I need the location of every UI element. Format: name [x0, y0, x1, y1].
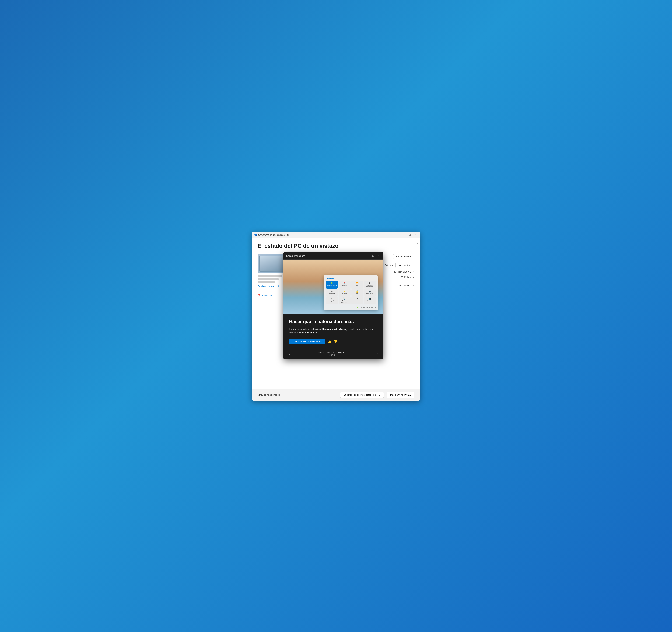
- device-image-inner: [259, 256, 284, 271]
- qs-tile-hotspot[interactable]: 📡 Zona con cobertura in...: [339, 296, 351, 304]
- popup-nav-label: Mejorar el estado del equipo: [317, 351, 346, 354]
- popup-heading: Hacer que la batería dure más: [289, 319, 378, 325]
- feedback-icons: 👍 👎: [328, 340, 337, 343]
- more-windows11-button[interactable]: Más en Windows 11: [387, 392, 414, 398]
- session-badge: Sesión iniciada: [393, 254, 414, 259]
- quick-settings-panel: Contraer 🔋 Ahorro de batería 📍 Ubicación: [324, 275, 378, 310]
- qs-date: 27/3/2020: [366, 307, 373, 308]
- desc-prefix: Para ahorrar batería, selecciona: [289, 328, 322, 330]
- connect-icon: 📺: [368, 297, 371, 300]
- popup-next-button[interactable]: ›: [377, 352, 378, 356]
- device-info-line-2: [258, 278, 279, 280]
- bottom-label: Vínculos relacionados: [258, 393, 280, 396]
- action-center-icon: ⊡: [346, 328, 349, 331]
- qs-tile-connect[interactable]: 📺 Conectar: [364, 296, 376, 304]
- desc-bold1: Centro de actividades: [322, 328, 346, 330]
- bluetooth-icon: ⚡: [343, 290, 346, 293]
- page-title: El estado del PC de un vistazo: [258, 243, 414, 249]
- popup-description: Para ahorrar batería, selecciona Centro …: [289, 327, 378, 335]
- tablet-icon: 💻: [368, 290, 371, 293]
- qs-tile-project[interactable]: 📽 Proyecto: [326, 296, 338, 304]
- toggle-label: Activado: [385, 264, 393, 266]
- qs-tile-airplane[interactable]: ✈ Modo avión: [326, 289, 338, 295]
- nightlight-icon: ☀: [356, 297, 358, 300]
- popup-nav-counter: 5 de 9: [317, 354, 346, 356]
- qs-tile-settings[interactable]: ⚙ Todas las configuracio...: [364, 281, 376, 289]
- popup-home-button[interactable]: ⌂: [288, 352, 290, 356]
- popup-title-text: Recomendaciones: [286, 254, 305, 257]
- battery-icon: 🔋: [331, 282, 333, 284]
- details-text: Ver detalles: [399, 284, 411, 287]
- thumbs-down-button[interactable]: 👎: [334, 340, 337, 343]
- vpn-icon: 🔒: [356, 290, 359, 293]
- device-info-line-3: [258, 281, 275, 283]
- qs-tile-tablet[interactable]: 💻 Modo tableta: [364, 289, 376, 295]
- thumbs-up-button[interactable]: 👍: [328, 340, 332, 343]
- question-icon: ❓: [258, 294, 260, 297]
- about-label: Acerca de: [261, 294, 272, 297]
- popup-nav: ⌂ Mejorar el estado del equipo 5 de 9 ‹ …: [284, 348, 383, 359]
- popup-minimize-button[interactable]: —: [366, 254, 370, 258]
- device-info-line-1: [258, 275, 282, 277]
- qs-tile-wifi[interactable]: 📶 Wifi: [351, 281, 363, 289]
- close-button[interactable]: ✕: [413, 233, 418, 237]
- details-chevron-icon[interactable]: ∨: [413, 284, 414, 287]
- title-bar-label: Comprobación de estado del PC: [258, 234, 289, 236]
- popup-screenshot: Contraer 🔋 Ahorro de batería 📍 Ubicación: [284, 260, 383, 314]
- popup-title-bar: Recomendaciones — ☐ ✕: [284, 252, 383, 260]
- popup-prev-button[interactable]: ‹: [374, 352, 375, 356]
- settings-icon: ⚙: [369, 282, 371, 284]
- qs-tile-battery[interactable]: 🔋 Ahorro de batería: [326, 281, 338, 289]
- title-bar: 💙 Comprobación de estado del PC — ☐ ✕: [252, 232, 420, 239]
- recommendations-window[interactable]: Recomendaciones — ☐ ✕ Contraer: [284, 252, 383, 359]
- qs-tile-bluetooth[interactable]: ⚡ Bluetooth: [339, 289, 351, 295]
- main-window: 💙 Comprobación de estado del PC — ☐ ✕ ∧ …: [252, 232, 420, 400]
- airplane-icon: ✈: [331, 290, 333, 293]
- device-image: [258, 254, 286, 273]
- popup-maximize-button[interactable]: ☐: [371, 254, 375, 258]
- chevron-down-icon[interactable]: ∨: [413, 270, 414, 273]
- popup-nav-center: Mejorar el estado del equipo 5 de 9: [317, 351, 346, 356]
- qs-battery-icon: 🔋: [356, 307, 358, 308]
- popup-actions: Abrir el centro de actividades 👍 👎: [289, 339, 378, 344]
- popup-controls: — ☐ ✕: [366, 254, 380, 258]
- popup-nav-arrows: ‹ ›: [374, 352, 378, 356]
- bottom-bar: Vínculos relacionados Sugerencias sobre …: [252, 389, 420, 400]
- title-bar-controls: — ☐ ✕: [402, 233, 418, 237]
- qs-footer: 🔋 1:58 PM 27/3/2020 🖥: [326, 306, 376, 308]
- popup-close-button[interactable]: ✕: [376, 254, 380, 258]
- storage-chevron-icon[interactable]: ∨: [413, 276, 414, 278]
- project-icon: 📽: [331, 297, 333, 300]
- manage-button[interactable]: Administrar: [395, 263, 414, 268]
- qs-grid: 🔋 Ahorro de batería 📍 Ubicación 📶 Wifi: [326, 281, 376, 304]
- desc-suffix: .: [317, 332, 318, 334]
- qs-time: 1:58 PM: [359, 307, 365, 308]
- scroll-up-icon[interactable]: ∧: [416, 243, 418, 245]
- qs-header: Contraer: [326, 277, 376, 279]
- storage-text: 86 % lleno: [401, 276, 411, 278]
- title-bar-left: 💙 Comprobación de estado del PC: [254, 234, 289, 236]
- qs-tile-vpn[interactable]: 🔒 VPN: [351, 289, 363, 295]
- tuesday-text: Tuesday 9:05 AM: [394, 270, 411, 273]
- popup-content: Hacer que la batería dure más Para ahorr…: [284, 314, 383, 348]
- location-icon: 📍: [343, 282, 346, 284]
- main-content: ∧ El estado del PC de un vistazo Cambiar…: [252, 239, 420, 389]
- qs-monitor-icon: 🖥: [374, 307, 376, 308]
- qs-tile-nightlight[interactable]: ☀ Luz nocturna: [351, 296, 363, 304]
- hotspot-icon: 📡: [343, 297, 346, 300]
- desc-bold2: Ahorro de batería: [298, 332, 317, 334]
- open-action-center-button[interactable]: Abrir el centro de actividades: [289, 339, 325, 344]
- maximize-button[interactable]: ☐: [407, 233, 412, 237]
- minimize-button[interactable]: —: [402, 233, 407, 237]
- suggestions-button[interactable]: Sugerencias sobre el estado del PC: [340, 392, 384, 398]
- qs-tile-location[interactable]: 📍 Ubicación: [339, 281, 351, 289]
- wifi-icon: 📶: [356, 282, 359, 284]
- app-icon: 💙: [254, 234, 257, 236]
